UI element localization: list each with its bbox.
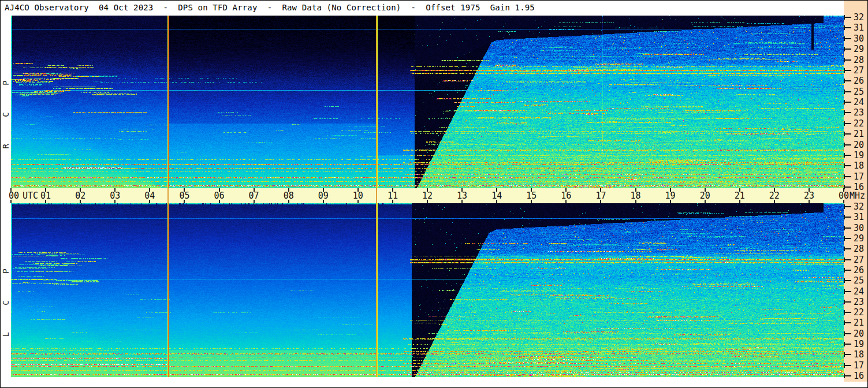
freq-tick-label: 22 [854, 119, 864, 128]
freq-tick [844, 270, 851, 271]
rcp-frequency-axis: 3231302928272625242322212019181716 [844, 16, 867, 188]
freq-tick-label: 20 [854, 329, 864, 338]
mhz-unit-label: MHz [850, 191, 865, 200]
freq-tick [844, 17, 851, 18]
time-tick-label: 11 [388, 191, 398, 200]
freq-tick [844, 59, 851, 61]
freq-tick-label: 31 [854, 212, 864, 222]
observation-title: AJ4CO Observatory 04 Oct 2023 - DPS on T… [5, 3, 535, 12]
calibration-mark [167, 188, 169, 203]
freq-tick-label: 30 [854, 223, 864, 233]
time-tick-label: 06 [214, 191, 224, 200]
freq-tick-label: 27 [854, 255, 864, 264]
freq-tick-label: 25 [854, 276, 864, 285]
time-tick-label: 21 [735, 191, 745, 200]
freq-tick [844, 217, 851, 218]
freq-tick-label: 32 [854, 13, 864, 22]
time-tick-label: 05 [179, 191, 189, 200]
freq-tick [844, 322, 851, 323]
freq-tick [844, 365, 851, 366]
freq-tick-label: 25 [854, 87, 864, 96]
freq-tick [844, 312, 851, 313]
freq-tick [844, 248, 851, 249]
time-tick-label: 20 [700, 191, 710, 200]
freq-tick [844, 133, 851, 135]
freq-tick-label: 18 [854, 161, 864, 170]
time-tick-label: 19 [665, 191, 676, 200]
calibration-mark [376, 188, 377, 203]
time-tick-label: 02 [75, 191, 85, 200]
freq-tick [844, 27, 851, 28]
spectrograph-page: AJ4CO Observatory 04 Oct 2023 - DPS on T… [0, 0, 868, 388]
freq-tick [844, 112, 851, 113]
time-tick-label: 12 [422, 191, 433, 200]
freq-tick [844, 186, 851, 188]
freq-tick-label: 26 [854, 76, 864, 85]
time-axis: UTC MHz 00010203040506070809101112131415… [11, 188, 844, 203]
freq-tick [844, 291, 851, 292]
freq-tick-label: 23 [854, 297, 864, 307]
freq-tick-label: 32 [854, 202, 864, 211]
freq-tick-label: 16 [854, 371, 864, 380]
time-tick-label: 18 [630, 191, 640, 200]
utc-unit-label: UTC [23, 191, 38, 200]
freq-tick-label: 29 [854, 44, 864, 54]
time-tick-label: 23 [804, 191, 814, 200]
freq-tick-label: 18 [854, 350, 864, 359]
freq-tick [844, 91, 851, 92]
freq-tick [844, 206, 851, 207]
rcp-polarization-label: R C P [1, 16, 11, 188]
freq-tick-label: 21 [854, 318, 864, 327]
freq-tick-label: 20 [854, 140, 864, 150]
freq-tick-label: 24 [854, 287, 864, 296]
freq-tick [844, 80, 851, 81]
freq-tick [844, 375, 851, 376]
freq-tick-label: 31 [854, 23, 864, 32]
lcp-frequency-axis: 3231302928272625242322212019181716 [844, 203, 867, 377]
freq-tick-label: 30 [854, 34, 864, 43]
freq-tick [844, 70, 851, 71]
freq-tick [844, 227, 851, 229]
freq-tick [844, 354, 851, 355]
freq-tick [844, 176, 851, 177]
time-tick-label: 00 [9, 191, 19, 200]
freq-tick-label: 17 [854, 361, 864, 370]
time-tick-label: 00 [839, 191, 849, 200]
time-tick-label: 22 [769, 191, 780, 200]
freq-tick-label: 28 [854, 55, 864, 65]
freq-tick [844, 38, 851, 39]
freq-tick [844, 333, 851, 334]
freq-tick-label: 22 [854, 308, 864, 317]
freq-tick [844, 123, 851, 124]
freq-tick [844, 301, 851, 303]
freq-tick [844, 48, 851, 50]
freq-tick-label: 24 [854, 98, 864, 107]
freq-tick-label: 16 [854, 182, 864, 192]
freq-tick [844, 165, 851, 166]
title-bar: AJ4CO Observatory 04 Oct 2023 - DPS on T… [1, 1, 843, 16]
time-tick-label: 10 [353, 191, 363, 200]
time-tick-label: 04 [144, 191, 155, 200]
freq-tick-label: 19 [854, 339, 864, 349]
time-tick-label: 03 [110, 191, 120, 200]
freq-tick [844, 344, 851, 345]
time-tick-label: 16 [561, 191, 571, 200]
lcp-polarization-label: L C P [1, 203, 11, 377]
freq-tick-label: 21 [854, 129, 864, 139]
freq-tick-label: 26 [854, 266, 864, 275]
freq-tick-label: 17 [854, 172, 864, 181]
time-tick-label: 15 [526, 191, 537, 200]
lcp-spectrogram [11, 203, 844, 377]
freq-tick [844, 259, 851, 260]
time-tick-label: 08 [284, 191, 294, 200]
time-tick-label: 14 [491, 191, 502, 200]
rcp-polarization-text: R C P [1, 69, 10, 148]
freq-tick [844, 102, 851, 103]
freq-tick-label: 28 [854, 244, 864, 253]
freq-tick-label: 27 [854, 66, 864, 75]
freq-tick-label: 19 [854, 151, 864, 160]
time-tick-label: 07 [249, 191, 259, 200]
time-tick-label: 13 [457, 191, 467, 200]
time-tick-label: 09 [318, 191, 329, 200]
time-tick-label: 01 [40, 191, 51, 200]
